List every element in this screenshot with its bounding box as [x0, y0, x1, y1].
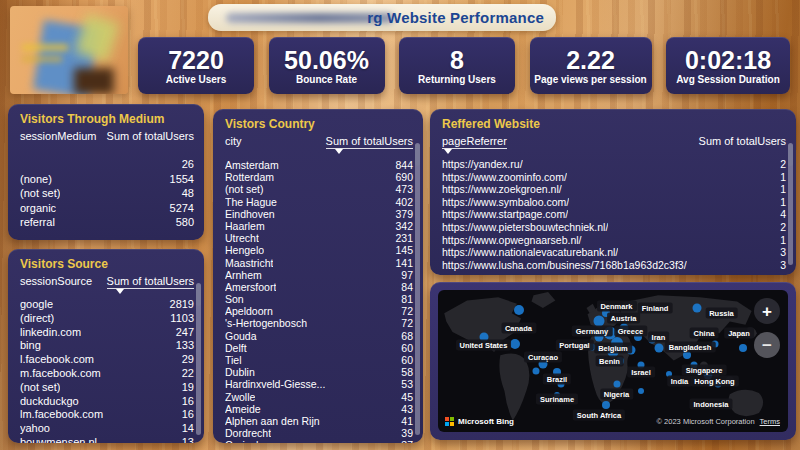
- row-label: Amsterdam: [225, 159, 279, 171]
- column-header[interactable]: city: [225, 135, 242, 149]
- table-row[interactable]: https://www.nationalevacaturebank.nl/3: [442, 246, 786, 259]
- column-header[interactable]: sessionMedium: [20, 130, 96, 142]
- table-row[interactable]: https://www.opwegnaarseb.nl/1: [442, 234, 786, 247]
- row-value: 231: [389, 232, 413, 244]
- bing-map[interactable]: CanadaUnited StatesCuraçaoBrazilSuriname…: [438, 290, 788, 432]
- kpi-card[interactable]: 2.22Page views per session: [530, 37, 652, 94]
- table-row[interactable]: Delft60: [225, 342, 413, 354]
- map-bubble[interactable]: [613, 380, 620, 387]
- table-row[interactable]: Arnhem97: [225, 269, 413, 281]
- table-row[interactable]: https://www.symbaloo.com/1: [442, 196, 786, 209]
- table-row[interactable]: Rotterdam690: [225, 171, 413, 183]
- map-bubble[interactable]: [510, 339, 520, 349]
- row-label: Dordrecht: [225, 427, 271, 439]
- visitors-map-card[interactable]: CanadaUnited StatesCuraçaoBrazilSuriname…: [430, 282, 796, 440]
- table-row[interactable]: (not set)473: [225, 183, 413, 195]
- table-row[interactable]: Amsterdam844: [225, 159, 413, 171]
- column-header-sorted[interactable]: pageReferrer: [442, 135, 507, 149]
- table-row[interactable]: organic5274: [20, 201, 194, 216]
- row-label: (none): [20, 172, 52, 187]
- table-row[interactable]: https://www.zoekgroen.nl/1: [442, 183, 786, 196]
- table-row[interactable]: Hardinxveld-Giesse...53: [225, 378, 413, 390]
- table-row[interactable]: 26: [20, 157, 194, 172]
- kpi-card[interactable]: 7220Active Users: [138, 37, 254, 94]
- scrollbar[interactable]: [415, 143, 420, 435]
- table-row[interactable]: bouwmensen.nl13: [20, 436, 194, 443]
- table-row[interactable]: Apeldoorn72: [225, 305, 413, 317]
- table-row[interactable]: Alphen aan den Rijn41: [225, 415, 413, 427]
- row-label: Dublin: [225, 366, 255, 378]
- column-header[interactable]: Sum of totalUsers: [699, 135, 786, 149]
- scrollbar[interactable]: [196, 283, 201, 435]
- map-bubble[interactable]: [533, 367, 540, 374]
- column-header-sorted[interactable]: Sum of totalUsers: [326, 135, 413, 149]
- table-row[interactable]: Eindhoven379: [225, 208, 413, 220]
- table-row[interactable]: Gouda68: [225, 330, 413, 342]
- table-row[interactable]: https://www.pietersbouwtechniek.nl/2: [442, 221, 786, 234]
- visitors-through-medium-card[interactable]: Visitors Through Medium sessionMedium Su…: [8, 104, 204, 240]
- table-row[interactable]: Son81: [225, 293, 413, 305]
- table-row[interactable]: (not set)48: [20, 186, 194, 201]
- table-row[interactable]: Ameide43: [225, 403, 413, 415]
- table-row[interactable]: https://yandex.ru/2: [442, 158, 786, 171]
- map-zoom-out-button[interactable]: −: [754, 332, 780, 358]
- table-row[interactable]: duckduckgo16: [20, 395, 194, 409]
- table-row[interactable]: Maastricht141: [225, 257, 413, 269]
- kpi-card[interactable]: 8Returning Users: [399, 37, 515, 94]
- table-row[interactable]: yahoo14: [20, 422, 194, 436]
- table-row[interactable]: Tiel60: [225, 354, 413, 366]
- table-row[interactable]: Zwolle45: [225, 391, 413, 403]
- table-row[interactable]: (none)1554: [20, 172, 194, 187]
- table-row[interactable]: google2819: [20, 298, 194, 312]
- terms-link[interactable]: Terms: [760, 417, 780, 426]
- table-row[interactable]: (not set)19: [20, 381, 194, 395]
- table-row[interactable]: Hengelo145: [225, 244, 413, 256]
- table-row[interactable]: Amersfoort84: [225, 281, 413, 293]
- table-row[interactable]: The Hague402: [225, 196, 413, 208]
- table-row[interactable]: l.facebook.com29: [20, 353, 194, 367]
- row-value: 1: [774, 196, 786, 209]
- table-row[interactable]: linkedin.com247: [20, 326, 194, 340]
- sort-descending-icon[interactable]: [116, 289, 124, 294]
- scrollbar[interactable]: [788, 143, 793, 265]
- table-row[interactable]: Utrecht231: [225, 232, 413, 244]
- table-row[interactable]: Haarlem342: [225, 220, 413, 232]
- map-bubble[interactable]: [638, 388, 644, 394]
- table-row[interactable]: referral580: [20, 215, 194, 230]
- table-row[interactable]: 's-Hertogenbosch72: [225, 317, 413, 329]
- row-label: https://www.startpage.com/: [442, 208, 568, 221]
- table-row[interactable]: Gorinchem37: [225, 439, 413, 443]
- sort-descending-icon[interactable]: [335, 149, 343, 154]
- map-country-label: Indonesia: [689, 398, 732, 409]
- visitors-source-card[interactable]: Visitors Source sessionSource Sum of tot…: [8, 249, 204, 443]
- map-bubble[interactable]: [739, 344, 747, 352]
- table-row[interactable]: Dublin58: [225, 366, 413, 378]
- table-row[interactable]: Dordrecht39: [225, 427, 413, 439]
- map-bubble[interactable]: [514, 305, 524, 315]
- table-row[interactable]: m.facebook.com22: [20, 367, 194, 381]
- kpi-card[interactable]: 50.06%Bounce Rate: [269, 37, 385, 94]
- visitors-country-card[interactable]: Vistors Country city Sum of totalUsers A…: [213, 109, 423, 443]
- map-bubble[interactable]: [654, 344, 663, 353]
- referred-website-card[interactable]: Reffered Website pageReferrer Sum of tot…: [430, 109, 796, 275]
- map-bubble[interactable]: [683, 351, 691, 359]
- sort-descending-icon[interactable]: [444, 149, 452, 154]
- scrollbar-thumb[interactable]: [196, 284, 201, 306]
- scrollbar-thumb[interactable]: [788, 144, 793, 166]
- column-header-sorted[interactable]: Sum of totalUsers: [107, 275, 194, 289]
- map-zoom-in-button[interactable]: +: [754, 298, 780, 324]
- page-title: rg Website Performance: [367, 9, 544, 26]
- table-row[interactable]: https://www.startpage.com/4: [442, 208, 786, 221]
- table-row[interactable]: https://www.lusha.com/business/7168b1a96…: [442, 259, 786, 272]
- table-row[interactable]: (direct)1103: [20, 312, 194, 326]
- table-row[interactable]: bing133: [20, 339, 194, 353]
- scrollbar-thumb[interactable]: [415, 144, 420, 166]
- kpi-card[interactable]: 0:02:18Avg Session Duration: [666, 37, 790, 94]
- map-bubble[interactable]: [602, 401, 610, 409]
- table-row[interactable]: https://www.zoominfo.com/1: [442, 171, 786, 184]
- row-label: Haarlem: [225, 220, 265, 232]
- table-row[interactable]: lm.facebook.com16: [20, 408, 194, 422]
- column-header[interactable]: sessionSource: [20, 275, 92, 289]
- column-header[interactable]: Sum of totalUsers: [107, 130, 194, 142]
- map-bubble[interactable]: [693, 304, 702, 313]
